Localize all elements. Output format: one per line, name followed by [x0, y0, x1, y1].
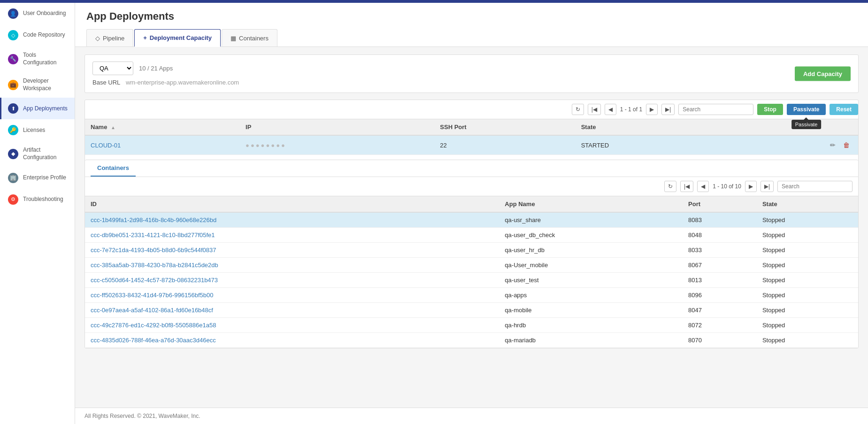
containers-prev-page-button[interactable]: ◀: [697, 181, 709, 192]
containers-section: Containers ↻ |◀ ◀ 1 - 10 of 10 ▶ ▶|: [85, 160, 858, 348]
server-ssh-port: 22: [434, 135, 575, 155]
last-page-button[interactable]: ▶|: [661, 104, 675, 115]
refresh-button[interactable]: ↻: [572, 104, 584, 115]
list-item[interactable]: ccc-db9be051-2331-4121-8c10-8bd277f05fe1…: [85, 228, 858, 243]
container-app-name: qa-user_test: [499, 273, 683, 288]
sidebar-label-tools-configuration: Tools Configuration: [23, 52, 68, 66]
sidebar-item-troubleshooting[interactable]: ⚙Troubleshooting: [0, 189, 75, 210]
sidebar-label-licenses: Licenses: [23, 127, 45, 134]
reset-button[interactable]: Reset: [830, 104, 858, 115]
server-state: STARTED: [576, 135, 722, 155]
sidebar-item-licenses[interactable]: 🔑Licenses: [0, 119, 75, 141]
servers-search-input[interactable]: [678, 104, 753, 115]
col-state: State: [576, 119, 722, 136]
sidebar-label-user-onboarding: User Onboarding: [23, 10, 66, 17]
containers-last-page-button[interactable]: ▶|: [760, 181, 774, 192]
containers-tab-label: Containers: [239, 35, 269, 42]
list-item[interactable]: ccc-ff502633-8432-41d4-97b6-996156bf5b00…: [85, 288, 858, 303]
list-item[interactable]: ccc-4835d026-788f-46ea-a76d-30aac3d46ecc…: [85, 333, 858, 348]
stop-button[interactable]: Stop: [757, 104, 783, 115]
troubleshooting-icon: ⚙: [8, 194, 18, 205]
col-app-name: App Name: [499, 196, 683, 213]
deployment-capacity-tab-label: Deployment Capacity: [150, 34, 212, 41]
delete-button[interactable]: 🗑: [840, 140, 853, 150]
capacity-panel: QADevStagingProd 10 / 21 Apps Add Capaci…: [84, 54, 859, 93]
edit-button[interactable]: ✏: [827, 140, 838, 150]
list-item[interactable]: ccc-c5050d64-1452-4c57-872b-08632231b473…: [85, 273, 858, 288]
sidebar-label-code-repository: Code Repository: [23, 31, 65, 39]
container-app-name: qa-apps: [499, 288, 683, 303]
container-state: Stopped: [757, 288, 858, 303]
sidebar-item-developer-workspace[interactable]: 💼Developer Workspace: [0, 72, 75, 98]
sidebar-item-app-deployments[interactable]: ⬆App Deployments: [0, 98, 75, 119]
containers-tab-icon: ▦: [230, 35, 236, 42]
app-deployments-icon: ⬆: [8, 103, 18, 114]
containers-tab[interactable]: Containers: [91, 160, 136, 177]
container-state: Stopped: [757, 258, 858, 273]
container-port: 8070: [683, 333, 757, 348]
first-page-button[interactable]: |◀: [588, 104, 601, 115]
footer: All Rights Reserved. © 2021, WaveMaker, …: [75, 408, 868, 424]
containers-search-input[interactable]: [777, 181, 853, 192]
container-id: ccc-ff502633-8432-41d4-97b6-996156bf5b00: [85, 288, 499, 303]
artifact-configuration-icon: ◆: [8, 149, 18, 159]
list-item[interactable]: ccc-1b499fa1-2d98-416b-8c4b-960e68e226bd…: [85, 212, 858, 228]
container-port: 8072: [683, 318, 757, 333]
container-app-name: qa-mobile: [499, 303, 683, 318]
server-name: CLOUD-01: [85, 135, 240, 155]
col-name: Name ▲: [85, 119, 240, 136]
list-item[interactable]: ccc-7e72c1da-4193-4b05-b8d0-6b9c544f0837…: [85, 243, 858, 258]
sidebar-item-user-onboarding[interactable]: 👤User Onboarding: [0, 3, 75, 24]
footer-text: All Rights Reserved. © 2021, WaveMaker, …: [84, 413, 200, 419]
container-app-name: qa-user_hr_db: [499, 243, 683, 258]
sidebar-label-artifact-configuration: Artifact Configuration: [23, 146, 68, 161]
container-app-name: qa-mariadb: [499, 333, 683, 348]
container-app-name: qa-usr_share: [499, 212, 683, 228]
list-item[interactable]: ccc-385aa5ab-3788-4230-b78a-b2841c5de2db…: [85, 258, 858, 273]
container-id: ccc-1b499fa1-2d98-416b-8c4b-960e68e226bd: [85, 212, 499, 228]
list-item[interactable]: ccc-0e97aea4-a5af-4102-86a1-fd60e16b48cf…: [85, 303, 858, 318]
containers-refresh-button[interactable]: ↻: [664, 181, 676, 192]
deployment-capacity-tab-icon: +: [143, 34, 147, 41]
col-state: State: [757, 196, 858, 213]
container-id: ccc-385aa5ab-3788-4230-b78a-b2841c5de2db: [85, 258, 499, 273]
col-port: Port: [683, 196, 757, 213]
container-id: ccc-c5050d64-1452-4c57-872b-08632231b473: [85, 273, 499, 288]
page-header: App Deployments ◇Pipeline+Deployment Cap…: [75, 3, 868, 47]
sidebar-item-tools-configuration[interactable]: 🔧Tools Configuration: [0, 46, 75, 72]
table-row[interactable]: CLOUD-01 ●●●●●●●● 22 STARTED ✏ 🗑: [85, 135, 858, 155]
sidebar: 👤User Onboarding◇Code Repository🔧Tools C…: [0, 3, 75, 424]
page-title: App Deployments: [86, 10, 857, 23]
tab-deployment-capacity[interactable]: +Deployment Capacity: [134, 29, 221, 47]
containers-next-page-button[interactable]: ▶: [745, 181, 757, 192]
licenses-icon: 🔑: [8, 125, 18, 135]
container-state: Stopped: [757, 303, 858, 318]
add-capacity-button[interactable]: Add Capacity: [795, 67, 851, 81]
container-state: Stopped: [757, 318, 858, 333]
passivate-tooltip: Passivate: [791, 120, 822, 129]
tab-containers[interactable]: ▦Containers: [222, 29, 277, 46]
tools-configuration-icon: 🔧: [8, 54, 18, 64]
col-id: ID: [85, 196, 499, 213]
list-item[interactable]: ccc-49c27876-ed1c-4292-b0f8-5505886e1a58…: [85, 318, 858, 333]
servers-pagination: 1 - 1 of 1: [620, 106, 642, 113]
container-port: 8067: [683, 258, 757, 273]
server-actions: ✏ 🗑: [722, 135, 858, 155]
tab-pipeline[interactable]: ◇Pipeline: [86, 29, 133, 46]
col-ssh-port: SSH Port: [434, 119, 575, 136]
next-page-button[interactable]: ▶: [646, 104, 658, 115]
containers-pagination: 1 - 10 of 10: [713, 183, 741, 190]
sidebar-item-artifact-configuration[interactable]: ◆Artifact Configuration: [0, 141, 75, 167]
sidebar-label-app-deployments: App Deployments: [23, 105, 68, 113]
prev-page-button[interactable]: ◀: [605, 104, 616, 115]
sidebar-item-code-repository[interactable]: ◇Code Repository: [0, 24, 75, 46]
container-state: Stopped: [757, 212, 858, 228]
passivate-button[interactable]: Passivate: [787, 104, 826, 115]
containers-first-page-button[interactable]: |◀: [680, 181, 693, 192]
servers-table: Name ▲ IP SSH Port State CLOUD-01 ●●●●●●…: [85, 119, 858, 155]
env-select[interactable]: QADevStagingProd: [92, 62, 133, 75]
container-port: 8033: [683, 243, 757, 258]
apps-count: 10 / 21 Apps: [139, 65, 173, 72]
container-state: Stopped: [757, 333, 858, 348]
sidebar-item-enterprise-profile[interactable]: 🏢Enterprise Profile: [0, 167, 75, 189]
